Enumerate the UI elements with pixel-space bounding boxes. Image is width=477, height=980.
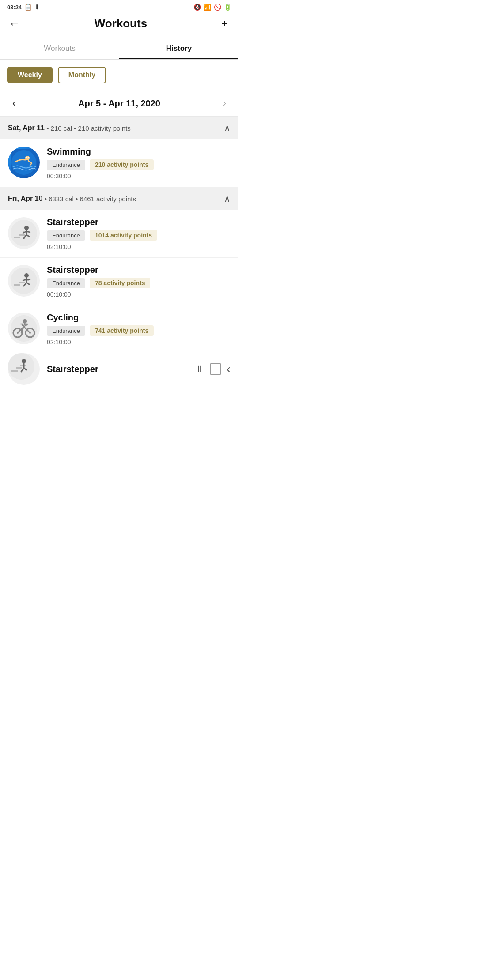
workout-item-swimming: Swimming Endurance 210 activity points 0…: [0, 139, 238, 187]
tab-bar: Workouts History: [0, 38, 238, 60]
day-header-fri-apr-10: Fri, Apr 10 • 6333 cal • 6461 activity p…: [0, 187, 238, 210]
workout-info-stairstepper-2: Stairstepper Endurance 78 activity point…: [47, 265, 231, 298]
workout-name-stairstepper-1: Stairstepper: [47, 217, 231, 227]
workout-name-cycling: Cycling: [47, 313, 231, 323]
workout-name-stairstepper-2: Stairstepper: [47, 265, 231, 275]
mute-icon: 🔇: [193, 4, 201, 11]
badge-type-swimming: Endurance: [47, 160, 85, 170]
add-button[interactable]: +: [220, 16, 230, 31]
workout-info-stairstepper-1: Stairstepper Endurance 1014 activity poi…: [47, 217, 231, 250]
page-title: Workouts: [95, 17, 147, 30]
workout-duration-stairstepper-1: 02:10:00: [47, 243, 231, 250]
partial-workout-name: Stairstepper: [47, 364, 98, 374]
status-bar: 03:24 📋 ⬇ 🔇 📶 🚫 🔋: [0, 0, 238, 12]
badge-points-cycling: 741 activity points: [90, 325, 154, 336]
swimming-avatar: [8, 147, 40, 178]
next-date-button[interactable]: ›: [220, 96, 230, 111]
workout-badges-stairstepper-1: Endurance 1014 activity points: [47, 230, 231, 241]
workout-item-cycling: Cycling Endurance 741 activity points 02…: [0, 305, 238, 353]
workout-badges-swimming: Endurance 210 activity points: [47, 159, 231, 170]
day-label-1: Sat, Apr 11: [8, 124, 45, 132]
collapse-icon-1[interactable]: ∧: [224, 123, 231, 133]
battery-icon: 🔋: [224, 4, 231, 11]
tab-workouts[interactable]: Workouts: [0, 38, 119, 59]
workout-item-stairstepper-1: Stairstepper Endurance 1014 activity poi…: [0, 210, 238, 258]
partial-content: Stairstepper ⏸ ‹: [47, 362, 231, 376]
partial-stairstepper-icon: [8, 353, 34, 380]
svg-point-38: [23, 319, 27, 324]
partial-avatar: [8, 353, 40, 385]
workout-duration-cycling: 02:10:00: [47, 339, 231, 346]
app-bar: ← Workouts +: [0, 12, 238, 38]
svg-rect-41: [11, 370, 18, 372]
badge-points-stairstepper-1: 1014 activity points: [90, 230, 157, 241]
clipboard-icon: 📋: [24, 4, 32, 11]
stairstepper-avatar-2: [8, 265, 40, 297]
monthly-filter-button[interactable]: Monthly: [58, 67, 106, 83]
weekly-filter-button[interactable]: Weekly: [7, 67, 53, 83]
day-calories-1: 210 cal: [51, 124, 72, 132]
day-header-sat-apr-11: Sat, Apr 11 • 210 cal • 210 activity poi…: [0, 117, 238, 139]
filter-row: Weekly Monthly: [0, 60, 238, 90]
badge-points-swimming: 210 activity points: [90, 159, 154, 170]
workout-info-swimming: Swimming Endurance 210 activity points 0…: [47, 147, 231, 180]
workout-info-cycling: Cycling Endurance 741 activity points 02…: [47, 313, 231, 346]
pause-icon[interactable]: ⏸: [195, 363, 204, 375]
back-button[interactable]: ←: [7, 16, 22, 31]
svg-rect-7: [14, 237, 20, 238]
tab-history[interactable]: History: [119, 38, 238, 59]
stairstepper-avatar-1: [8, 217, 40, 249]
day-points-2: 6461 activity points: [80, 195, 136, 203]
prev-date-button[interactable]: ‹: [9, 96, 19, 111]
stairstepper-icon-2: [11, 268, 37, 294]
stairstepper-icon-1: [11, 220, 37, 246]
cycling-avatar: [8, 313, 40, 344]
download-icon: ⬇: [34, 4, 40, 11]
workout-badges-cycling: Endurance 741 activity points: [47, 325, 231, 336]
date-range-label: Apr 5 - Apr 11, 2020: [78, 98, 160, 109]
day-calories-2: 6333 cal: [49, 195, 74, 203]
block-icon: 🚫: [214, 4, 221, 11]
collapse-icon-2[interactable]: ∧: [224, 193, 231, 204]
cycling-icon: [11, 315, 37, 342]
back-chevron-icon[interactable]: ‹: [227, 362, 231, 376]
date-nav: ‹ Apr 5 - Apr 11, 2020 ›: [0, 90, 238, 117]
workout-duration-stairstepper-2: 00:10:00: [47, 291, 231, 298]
swimming-icon: [11, 149, 37, 176]
badge-type-stairstepper-2: Endurance: [47, 278, 85, 288]
svg-rect-8: [19, 234, 25, 236]
svg-rect-42: [16, 367, 22, 369]
badge-type-cycling: Endurance: [47, 326, 85, 336]
badge-type-stairstepper-1: Endurance: [47, 230, 85, 241]
day-label-2: Fri, Apr 10: [8, 195, 43, 203]
svg-rect-17: [14, 284, 20, 286]
svg-point-1: [11, 150, 36, 175]
svg-rect-26: [11, 315, 37, 342]
svg-rect-18: [19, 282, 25, 283]
partial-icons: ⏸ ‹: [195, 362, 231, 376]
time-display: 03:24: [7, 4, 22, 11]
checkbox-icon[interactable]: [210, 363, 221, 375]
wifi-icon: 📶: [204, 4, 211, 11]
partial-workout-item: Stairstepper ⏸ ‹: [0, 353, 238, 385]
workout-duration-swimming: 00:30:00: [47, 173, 231, 180]
badge-points-stairstepper-2: 78 activity points: [90, 278, 151, 288]
day-points-1: 210 activity points: [78, 124, 131, 132]
workout-badges-stairstepper-2: Endurance 78 activity points: [47, 278, 231, 288]
workout-name-swimming: Swimming: [47, 147, 231, 157]
workout-item-stairstepper-2: Stairstepper Endurance 78 activity point…: [0, 258, 238, 305]
